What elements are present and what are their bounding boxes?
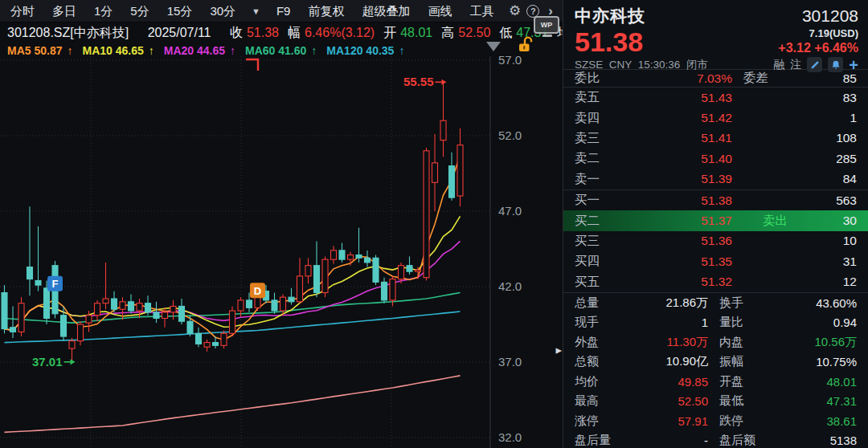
stat-value: 0.94: [766, 316, 857, 329]
note-tag[interactable]: 注: [790, 58, 801, 72]
ma-label-value: MA20 44.65: [164, 44, 225, 57]
ask-qty: 285: [794, 152, 857, 166]
ask-level-label: 卖三: [575, 130, 621, 147]
ohlc-field-label: 幅: [288, 26, 301, 39]
stat-value: 10.56万: [766, 335, 857, 350]
ohlc-field-value: 51.38: [247, 26, 279, 39]
period-tab[interactable]: 5分: [121, 0, 158, 22]
bid-price: 51.36: [621, 234, 732, 248]
stat-value: -: [621, 434, 708, 447]
price-annotation: 55.55: [403, 75, 434, 88]
stat-label: 盘后量: [575, 433, 621, 448]
toolbar-action[interactable]: 前复权: [299, 0, 353, 22]
stat-label: 盘后额: [708, 433, 766, 448]
ask-level-label: 卖五: [575, 89, 621, 106]
market-status: 闭市: [686, 59, 708, 71]
period-tab[interactable]: 30分: [201, 0, 244, 22]
period-tab[interactable]: 多日: [43, 0, 85, 22]
ohlc-field-label: 收: [230, 26, 243, 39]
ask-row[interactable]: 卖一51.3984: [563, 169, 868, 189]
margin-tag[interactable]: 融: [773, 58, 784, 72]
ask-row[interactable]: 卖二51.40285: [563, 149, 868, 169]
toolbar-action[interactable]: F9: [268, 0, 300, 22]
stats-row: 最高52.50最低47.31: [563, 391, 868, 411]
stat-label: 外盘: [575, 335, 621, 350]
stat-value: 10.75%: [766, 355, 857, 369]
ask-book: 卖五51.4383卖四51.421卖三51.41108卖二51.40285卖一5…: [563, 88, 868, 189]
bid-row[interactable]: 买四51.3531: [563, 251, 868, 271]
bid-row[interactable]: 买二51.37卖出30: [563, 210, 868, 230]
period-tab[interactable]: 分时: [2, 0, 43, 22]
stat-label: 总额: [575, 354, 621, 369]
ask-row[interactable]: 卖四51.421: [563, 108, 868, 128]
add-watchlist-icon[interactable]: +: [849, 58, 858, 72]
quote-panel: 中亦科技 301208 51.38 7.19(USD) +3.12 +6.46%…: [563, 0, 868, 448]
bid-row[interactable]: 买五51.3212: [563, 272, 868, 292]
ask-qty: 83: [794, 91, 857, 105]
bid-row[interactable]: 买一51.38563: [563, 190, 868, 210]
ask-row[interactable]: 卖三51.41108: [563, 128, 868, 149]
stats-row: 总量21.86万换手43.60%: [563, 293, 868, 313]
stats-row: 总额10.90亿振幅10.75%: [563, 352, 868, 372]
stat-label: 跌停: [708, 413, 766, 429]
ohlc-field-value: 6.46%(3.12): [305, 26, 375, 39]
stat-value: 43.60%: [766, 296, 857, 310]
stat-value: 1: [621, 316, 708, 329]
chart-toolbar: 分时多日1分5分15分30分 ▼ F9前复权超级叠加画线工具 ⚙ ? ›: [0, 0, 563, 22]
period-tab[interactable]: 1分: [85, 0, 121, 22]
wps-overlay-icon[interactable]: WP: [534, 16, 561, 40]
ma-trend-arrow-icon: ↑: [399, 44, 404, 57]
ma-label-value: MA5 50.87: [7, 44, 62, 57]
ask-qty: 84: [794, 172, 857, 186]
settings-gear-icon[interactable]: ⚙: [509, 2, 521, 19]
bid-row[interactable]: 买三51.3610: [563, 231, 868, 251]
toolbar-action[interactable]: 画线: [419, 0, 461, 22]
bid-price: 51.35: [621, 255, 732, 269]
toolbar-actions: F9前复权超级叠加画线工具: [268, 0, 503, 22]
toolbar-action[interactable]: 超级叠加: [353, 0, 419, 22]
stat-value: 10.90亿: [621, 354, 708, 369]
period-dropdown-icon[interactable]: ▼: [244, 6, 268, 16]
stat-label: 量比: [708, 315, 766, 330]
chart-area[interactable]: 57.052.047.042.037.032.055.5537.01FD 分时多…: [0, 0, 563, 448]
edit-pencil-icon[interactable]: [807, 57, 822, 72]
candlestick-chart[interactable]: 57.052.047.042.037.032.055.5537.01FD: [0, 0, 563, 448]
bid-qty: 563: [794, 193, 857, 208]
ask-price: 51.43: [621, 91, 732, 105]
unlock-icon[interactable]: [518, 36, 534, 57]
stat-label: 最高: [575, 393, 621, 409]
bid-price: 51.37: [621, 214, 732, 228]
ma-label-value: MA10 46.65: [82, 44, 143, 57]
panel-collapse-handle[interactable]: ▸: [555, 344, 562, 356]
stock-name: 中亦科技: [575, 5, 645, 27]
price-change: +3.12: [778, 41, 810, 55]
ask-qty: 1: [794, 111, 857, 125]
stat-label: 换手: [708, 295, 766, 311]
stock-code: 301208: [802, 6, 858, 26]
stats-row: 均价49.85开盘48.01: [563, 372, 868, 392]
stat-label: 总量: [575, 295, 621, 311]
alert-bell-icon[interactable]: [828, 57, 843, 72]
weibi-row: 委比 7.03% 委差 85: [563, 70, 868, 87]
stat-label: 内盘: [708, 335, 766, 350]
bid-level-label: 买一: [575, 192, 621, 209]
stat-value: 52.50: [621, 394, 708, 408]
stats-row: 现手1量比0.94: [563, 312, 868, 332]
stat-label: 最低: [708, 393, 766, 409]
bid-price: 51.32: [621, 275, 732, 289]
y-axis-label: 42.0: [498, 279, 522, 293]
session-info: SZSE CNY 15:30:36 闭市: [575, 58, 708, 72]
toolbar-action[interactable]: 工具: [461, 0, 502, 22]
ma-trend-arrow-icon: ↑: [67, 44, 72, 57]
ma-label-value: MA120 40.35: [326, 44, 394, 57]
ask-row[interactable]: 卖五51.4383: [563, 88, 868, 108]
ma-trend-arrow-icon: ↑: [230, 44, 235, 57]
price-annotation: 37.01: [32, 355, 63, 369]
bid-level-label: 买三: [575, 233, 621, 250]
period-tab[interactable]: 15分: [158, 0, 202, 22]
stat-value: 47.31: [766, 394, 857, 408]
ma-trend-arrow-icon: ↑: [149, 44, 154, 57]
collapse-caret-icon[interactable]: [486, 42, 501, 51]
price-change-pct: +6.46%: [814, 41, 858, 55]
chart-flag-label: F: [52, 278, 59, 290]
